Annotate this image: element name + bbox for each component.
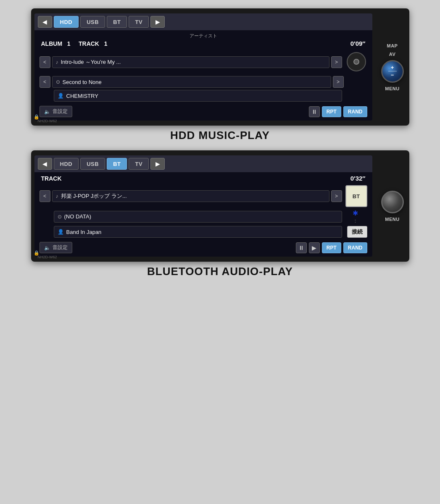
track-rows-2: < ♪ 邦楽 J-POP Jポップ ラン... > BT: [34, 184, 372, 239]
rand-btn-1[interactable]: RAND: [343, 106, 367, 117]
sound-settings-btn-2[interactable]: 🔈 音設定: [40, 242, 72, 253]
play-btn-2[interactable]: ▶: [309, 242, 320, 253]
unit-label-1: HDD MUSIC-PLAY: [170, 129, 270, 142]
artist-row-2: 👤 Band In Japan 接続: [40, 226, 367, 238]
sound-icon-2: 🔈: [44, 245, 50, 251]
tab-arrow-left-1[interactable]: ◀: [38, 16, 52, 28]
song-next-btn-2[interactable]: >: [331, 190, 342, 202]
info-area-1: アーティスト ALBUM 1 TRACK 1 0′09″: [34, 30, 372, 49]
sound-label-1: 音設定: [53, 108, 68, 115]
artist-icon-1: 👤: [58, 93, 64, 99]
connect-button[interactable]: 接続: [347, 226, 367, 238]
song-prev-btn-2[interactable]: <: [40, 190, 50, 202]
volume-knob-2[interactable]: [381, 191, 404, 213]
track-rows-1: < ♪ Intro-lude ～You're My ... >: [34, 49, 372, 103]
song-text-2: 邦楽 J-POP Jポップ ラン...: [61, 192, 127, 200]
sound-label-2: 音設定: [53, 244, 68, 251]
song-icon-1: ♪: [56, 59, 58, 65]
rpt-btn-2[interactable]: RPT: [322, 242, 341, 253]
album-info-1: ALBUM 1 TRACK 1: [41, 40, 108, 47]
tab-arrow-right-2[interactable]: ▶: [150, 158, 165, 170]
disc-inner-1: [353, 59, 359, 65]
info-area-2: TRACK 0′32″: [34, 172, 372, 184]
tab-hdd-2[interactable]: HDD: [54, 158, 79, 170]
artist-content-1: 👤 CHEMISTRY: [54, 90, 342, 102]
screen-area-1: ◀ HDD USB BT TV ▶ アーティスト ALBUM: [34, 13, 372, 121]
album-next-btn-1[interactable]: >: [333, 76, 344, 88]
menu-btn-1[interactable]: MENU: [385, 86, 399, 91]
bluetooth-icon: ✱: [353, 209, 358, 217]
tab-tv-2[interactable]: TV: [129, 158, 149, 170]
artist-text-1: CHEMISTRY: [66, 93, 98, 99]
map-btn-1[interactable]: MAP: [387, 43, 398, 48]
artist-label-1: アーティスト: [190, 33, 217, 39]
tab-bt-1[interactable]: BT: [107, 16, 127, 28]
tab-bar-2: ◀ HDD USB BT TV ▶: [34, 155, 372, 172]
song-row-1: < ♪ Intro-lude ～You're My ... >: [40, 50, 367, 74]
tab-arrow-left-2[interactable]: ◀: [38, 158, 52, 170]
album-row-1: < ⊙ Second to None >: [40, 76, 367, 88]
menu-btn-2[interactable]: MENU: [385, 217, 399, 222]
album-prev-btn-1[interactable]: <: [40, 76, 50, 88]
av-btn-1[interactable]: AV: [389, 52, 395, 57]
playback-controls-2: ⏸ ▶ RPT RAND: [296, 242, 367, 253]
pause-btn-1[interactable]: ⏸: [309, 106, 320, 117]
playback-controls-1: ⏸ RPT RAND: [309, 106, 367, 117]
right-controls-2: MENU: [376, 189, 409, 223]
song-icon-2: ♪: [56, 193, 58, 199]
volume-knob-1[interactable]: + −: [381, 60, 404, 83]
car-unit-2: 🔒 NH2D-W62 ◀ HDD USB BT TV ▶: [31, 150, 409, 262]
sound-icon-1: 🔈: [44, 109, 50, 115]
artist-icon-2: 👤: [58, 229, 64, 235]
album-row-2: ⊙ (NO DATA) ✱ :: [40, 209, 367, 224]
album-icon-1: ⊙: [56, 79, 60, 85]
tab-usb-1[interactable]: USB: [80, 16, 105, 28]
model-text-1: NH2D-W62: [38, 119, 57, 123]
no-data-text: (NO DATA): [64, 213, 92, 220]
tab-bt-2[interactable]: BT: [107, 158, 127, 170]
unit-label-2: BLUETOOTH AUDIO-PLAY: [147, 265, 293, 278]
rand-btn-2[interactable]: RAND: [343, 242, 367, 253]
model-text-2: NH2D-W62: [38, 255, 57, 259]
sound-settings-btn-1[interactable]: 🔈 音設定: [40, 106, 72, 117]
bottom-controls-2: 🔈 音設定 ⏸ ▶ RPT RAND: [34, 239, 372, 257]
artist-row-1: 👤 CHEMISTRY: [40, 90, 367, 102]
tab-tv-1[interactable]: TV: [129, 16, 149, 28]
hdd-music-play-section: 🔒 NH2D-W62 ◀ HDD USB BT TV ▶ アーティスト: [0, 8, 440, 146]
song-prev-btn-1[interactable]: <: [40, 56, 50, 68]
no-data-row: ⊙ (NO DATA): [54, 211, 342, 223]
pause-btn-2[interactable]: ⏸: [296, 242, 307, 253]
song-next-btn-1[interactable]: >: [331, 56, 342, 68]
time-display-1: 0′09″: [350, 40, 366, 47]
album-text-1: Second to None: [63, 79, 102, 85]
tab-usb-2[interactable]: USB: [80, 158, 105, 170]
right-controls-1: MAP AV + − MENU: [376, 42, 409, 93]
disc-icon-area-1: [345, 50, 367, 74]
vol-plus-1: +: [391, 65, 394, 70]
screen-1: ◀ HDD USB BT TV ▶ アーティスト ALBUM: [34, 13, 372, 121]
screen-area-2: ◀ HDD USB BT TV ▶ TRACK 0′32″: [34, 155, 372, 257]
car-unit-1: 🔒 NH2D-W62 ◀ HDD USB BT TV ▶ アーティスト: [31, 8, 409, 126]
song-content-1: ♪ Intro-lude ～You're My ...: [52, 56, 329, 68]
tab-arrow-right-1[interactable]: ▶: [150, 16, 165, 28]
disc-icon-1: [347, 52, 366, 71]
bottom-controls-1: 🔈 音設定 ⏸ RPT RAND: [34, 103, 372, 121]
tab-hdd-1[interactable]: HDD: [54, 16, 79, 28]
track-info-2: TRACK: [41, 175, 62, 182]
vol-divider-1: [388, 71, 397, 71]
vol-minus-1: −: [391, 72, 394, 78]
album-icon-2: ⊙: [58, 214, 62, 220]
bt-audio-play-section: 🔒 NH2D-W62 ◀ HDD USB BT TV ▶: [0, 150, 440, 282]
song-row-2: < ♪ 邦楽 J-POP Jポップ ラン... > BT: [40, 185, 367, 207]
artist-content-2: 👤 Band In Japan: [54, 226, 342, 238]
bt-right-content: BT: [345, 185, 367, 207]
song-content-2: ♪ 邦楽 J-POP Jポップ ラン...: [52, 190, 329, 202]
song-text-1: Intro-lude ～You're My ...: [61, 58, 121, 66]
album-content-1: ⊙ Second to None: [52, 76, 331, 88]
rpt-btn-1[interactable]: RPT: [322, 106, 341, 117]
screen-2: ◀ HDD USB BT TV ▶ TRACK 0′32″: [34, 155, 372, 257]
bt-icon-box: BT: [345, 185, 367, 207]
time-display-2: 0′32″: [350, 175, 366, 182]
tab-bar-1: ◀ HDD USB BT TV ▶: [34, 13, 372, 30]
bt-label: BT: [353, 193, 360, 200]
